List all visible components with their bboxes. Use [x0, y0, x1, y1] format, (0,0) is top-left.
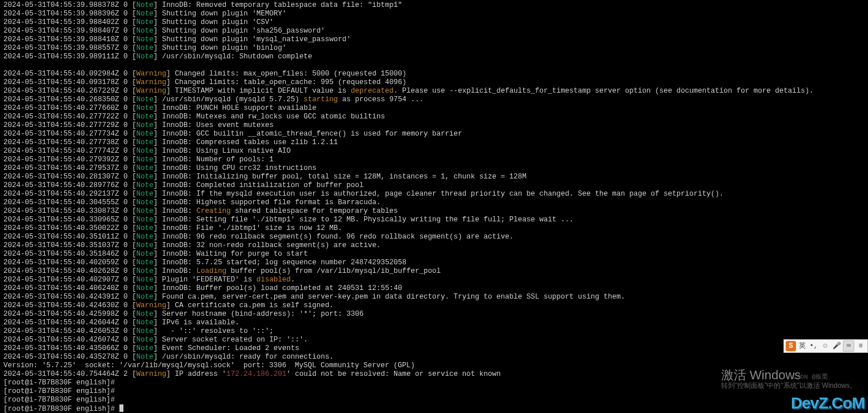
shell-prompt: [root@i-7B7B830F english]#	[3, 387, 865, 396]
log-line: 2024-05-31T04:55:40.277729Z 0 [Note] Inn…	[3, 121, 865, 130]
ime-mic-icon[interactable]: 🎤	[831, 341, 842, 351]
shell-prompt: [root@i-7B7B830F english]#	[3, 379, 865, 387]
log-line: 2024-05-31T04:55:40.277738Z 0 [Note] Inn…	[3, 138, 865, 147]
log-line: 2024-05-31T04:55:40.093178Z 0 [Warning] …	[3, 78, 865, 87]
ime-mode-label[interactable]: 英	[797, 341, 807, 351]
log-line: 2024-05-31T04:55:40.426044Z 0 [Note] IPv…	[3, 319, 865, 327]
log-line: 2024-05-31T04:55:39.988402Z 0 [Note] Shu…	[3, 18, 865, 27]
log-line: 2024-05-31T04:55:40.402628Z 0 [Note] Inn…	[3, 267, 865, 276]
shell-prompt[interactable]: [root@i-7B7B830F english]#	[3, 404, 865, 413]
log-line: 2024-05-31T04:55:40.424391Z 0 [Note] Fou…	[3, 293, 865, 301]
log-line: 2024-05-31T04:55:39.988396Z 0 [Note] Shu…	[3, 10, 865, 18]
log-line: 2024-05-31T04:55:40.289776Z 0 [Note] Inn…	[3, 181, 865, 190]
log-line: 2024-05-31T04:55:40.330965Z 0 [Note] Inn…	[3, 216, 865, 224]
log-line: 2024-05-31T04:55:39.988410Z 0 [Note] Shu…	[3, 35, 865, 44]
log-line: 2024-05-31T04:55:40.402907Z 0 [Note] Plu…	[3, 276, 865, 284]
log-line: 2024-05-31T04:55:40.092984Z 0 [Warning] …	[3, 70, 865, 78]
log-line: 2024-05-31T04:55:40.754464Z 2 [Warning] …	[3, 370, 865, 379]
csdn-watermark: CSDN @板栗	[793, 373, 828, 382]
log-line: 2024-05-31T04:55:40.277734Z 0 [Note] Inn…	[3, 130, 865, 138]
log-line	[3, 61, 865, 70]
ime-settings-icon[interactable]: ≡	[855, 341, 866, 351]
ime-keyboard-icon[interactable]: ⌨	[843, 340, 854, 352]
log-line: 2024-05-31T04:55:40.281307Z 0 [Note] Inn…	[3, 173, 865, 181]
log-line: 2024-05-31T04:55:40.330873Z 0 [Note] Inn…	[3, 207, 865, 216]
log-line: 2024-05-31T04:55:40.425998Z 0 [Note] Ser…	[3, 310, 865, 319]
log-line: 2024-05-31T04:55:40.292137Z 0 [Note] Inn…	[3, 190, 865, 198]
log-line: 2024-05-31T04:55:40.277742Z 0 [Note] Inn…	[3, 147, 865, 156]
log-line: 2024-05-31T04:55:40.426053Z 0 [Note] - '…	[3, 327, 865, 336]
ime-toolbar[interactable]: S 英 •, ☺ 🎤 ⌨ ≡	[783, 339, 868, 353]
ime-punct-icon[interactable]: •,	[809, 341, 819, 351]
log-line: 2024-05-31T04:55:40.406240Z 0 [Note] Inn…	[3, 284, 865, 293]
log-line: 2024-05-31T04:55:40.350022Z 0 [Note] Inn…	[3, 224, 865, 233]
log-line: 2024-05-31T04:55:40.426074Z 0 [Note] Ser…	[3, 336, 865, 344]
log-line: 2024-05-31T04:55:39.988407Z 0 [Note] Shu…	[3, 27, 865, 35]
log-line: 2024-05-31T04:55:39.988378Z 0 [Note] Inn…	[3, 1, 865, 10]
log-line: 2024-05-31T04:55:40.268350Z 0 [Note] /us…	[3, 96, 865, 104]
log-line: Version: '5.7.25' socket: '/var/lib/mysq…	[3, 362, 865, 370]
log-line: 2024-05-31T04:55:40.351011Z 0 [Note] Inn…	[3, 233, 865, 241]
log-line: 2024-05-31T04:55:40.435066Z 0 [Note] Eve…	[3, 344, 865, 353]
log-line: 2024-05-31T04:55:39.989111Z 0 [Note] /us…	[3, 53, 865, 61]
log-line: 2024-05-31T04:55:40.279392Z 0 [Note] Inn…	[3, 156, 865, 164]
terminal-output[interactable]: 2024-05-31T04:55:39.988378Z 0 [Note] Inn…	[0, 0, 868, 413]
ime-brand-icon[interactable]: S	[786, 341, 796, 351]
log-line: 2024-05-31T04:55:40.424630Z 0 [Warning] …	[3, 301, 865, 310]
log-line: 2024-05-31T04:55:40.267229Z 0 [Warning] …	[3, 87, 865, 96]
log-line: 2024-05-31T04:55:39.988557Z 0 [Note] Shu…	[3, 44, 865, 53]
log-line: 2024-05-31T04:55:40.277660Z 0 [Note] Inn…	[3, 104, 865, 113]
ime-emoji-icon[interactable]: ☺	[820, 341, 830, 351]
log-line: 2024-05-31T04:55:40.351846Z 0 [Note] Inn…	[3, 250, 865, 259]
log-line: 2024-05-31T04:55:40.304555Z 0 [Note] Inn…	[3, 198, 865, 207]
log-line: 2024-05-31T04:55:40.435278Z 0 [Note] /us…	[3, 353, 865, 362]
log-line: 2024-05-31T04:55:40.279537Z 0 [Note] Inn…	[3, 164, 865, 173]
log-line: 2024-05-31T04:55:40.351037Z 0 [Note] Inn…	[3, 241, 865, 250]
shell-prompt: [root@i-7B7B830F english]#	[3, 396, 865, 404]
cursor	[119, 404, 123, 412]
log-line: 2024-05-31T04:55:40.402059Z 0 [Note] Inn…	[3, 259, 865, 267]
log-line: 2024-05-31T04:55:40.277722Z 0 [Note] Inn…	[3, 113, 865, 121]
